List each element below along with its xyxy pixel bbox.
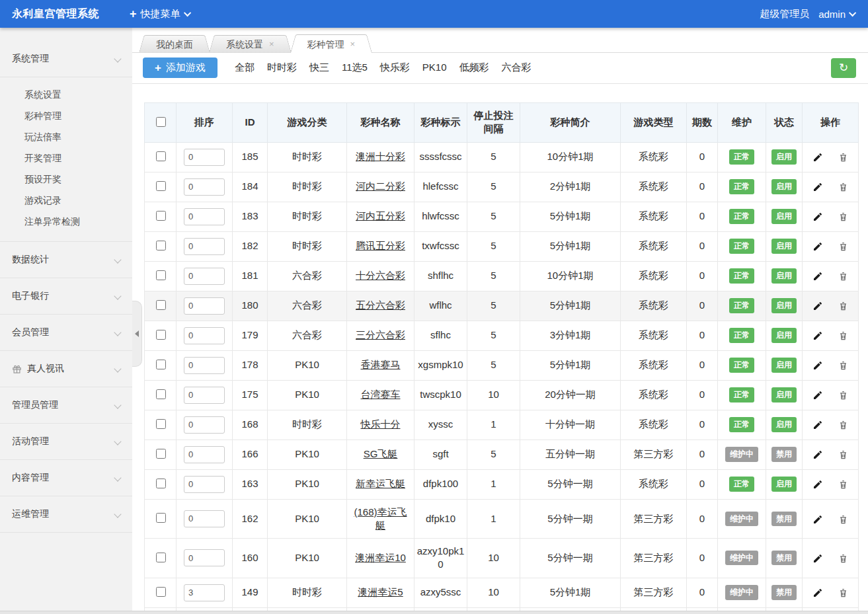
- lottery-name-link[interactable]: SG飞艇: [364, 448, 398, 459]
- maintenance-badge[interactable]: 正常: [729, 239, 754, 253]
- sidebar-group[interactable]: 真人视讯: [0, 351, 132, 387]
- edit-icon[interactable]: [812, 390, 823, 401]
- sidebar-item[interactable]: 系统设置: [0, 84, 132, 105]
- delete-icon[interactable]: [838, 420, 848, 430]
- refresh-button[interactable]: ↻: [831, 58, 856, 78]
- lottery-name-link[interactable]: 河内五分彩: [356, 210, 405, 221]
- sidebar-group[interactable]: 管理员管理: [0, 387, 132, 424]
- delete-icon[interactable]: [838, 360, 848, 371]
- lottery-name-link[interactable]: 腾讯五分彩: [356, 240, 405, 251]
- sort-input[interactable]: [184, 297, 225, 315]
- lottery-name-link[interactable]: 快乐十分: [361, 418, 401, 430]
- maintenance-badge[interactable]: 维护中: [725, 585, 758, 599]
- status-badge[interactable]: 启用: [771, 387, 797, 402]
- add-game-button[interactable]: + 添加游戏: [143, 58, 217, 78]
- maintenance-badge[interactable]: 正常: [729, 387, 754, 402]
- lottery-name-link[interactable]: 香港赛马: [361, 359, 401, 370]
- sort-input[interactable]: [184, 327, 225, 344]
- sort-input[interactable]: [184, 476, 225, 493]
- filter-link[interactable]: 六合彩: [502, 61, 532, 74]
- status-badge[interactable]: 启用: [771, 149, 797, 164]
- maintenance-badge[interactable]: 正常: [729, 477, 754, 491]
- row-checkbox[interactable]: [156, 513, 166, 523]
- delete-icon[interactable]: [838, 211, 848, 222]
- delete-icon[interactable]: [838, 479, 848, 490]
- sort-input[interactable]: [184, 584, 225, 601]
- status-badge[interactable]: 禁用: [771, 447, 797, 461]
- status-badge[interactable]: 禁用: [771, 512, 797, 526]
- close-icon[interactable]: ×: [350, 40, 356, 48]
- status-badge[interactable]: 禁用: [771, 585, 797, 599]
- sort-input[interactable]: [184, 416, 225, 434]
- lottery-name-link[interactable]: 澳洲幸运10: [355, 552, 406, 563]
- sort-input[interactable]: [184, 446, 225, 463]
- row-checkbox[interactable]: [156, 181, 166, 191]
- delete-icon[interactable]: [838, 588, 848, 598]
- status-badge[interactable]: 启用: [771, 239, 797, 253]
- status-badge[interactable]: 启用: [771, 298, 797, 313]
- row-checkbox[interactable]: [156, 449, 166, 459]
- edit-icon[interactable]: [812, 360, 823, 371]
- lottery-name-link[interactable]: 十分六合彩: [356, 270, 405, 281]
- row-checkbox[interactable]: [156, 360, 166, 369]
- sidebar-group[interactable]: 会员管理: [0, 315, 132, 351]
- filter-link[interactable]: PK10: [422, 61, 447, 74]
- sidebar-item[interactable]: 开奖管理: [0, 147, 132, 169]
- edit-icon[interactable]: [812, 301, 823, 311]
- maintenance-badge[interactable]: 维护中: [725, 447, 758, 461]
- sort-input[interactable]: [184, 178, 225, 196]
- sidebar-group[interactable]: 内容管理: [0, 460, 132, 496]
- tab[interactable]: 彩种管理×: [298, 34, 365, 53]
- delete-icon[interactable]: [838, 553, 848, 564]
- maintenance-badge[interactable]: 正常: [729, 149, 754, 164]
- edit-icon[interactable]: [812, 211, 823, 222]
- filter-link[interactable]: 快乐彩: [380, 61, 410, 74]
- sort-input[interactable]: [184, 387, 225, 404]
- delete-icon[interactable]: [838, 390, 848, 401]
- maintenance-badge[interactable]: 正常: [729, 209, 754, 223]
- maintenance-badge[interactable]: 正常: [729, 358, 754, 372]
- sidebar-group[interactable]: 活动管理: [0, 424, 132, 460]
- lottery-name-link[interactable]: 新幸运飞艇: [356, 478, 405, 489]
- row-checkbox[interactable]: [156, 330, 166, 340]
- delete-icon[interactable]: [838, 301, 848, 311]
- maintenance-badge[interactable]: 维护中: [725, 551, 758, 565]
- tab[interactable]: 系统设置×: [217, 35, 284, 52]
- edit-icon[interactable]: [812, 271, 823, 282]
- maintenance-badge[interactable]: 正常: [729, 179, 754, 194]
- sort-input[interactable]: [184, 549, 225, 566]
- edit-icon[interactable]: [812, 514, 823, 525]
- horizontal-scrollbar[interactable]: [0, 611, 868, 614]
- lottery-name-link[interactable]: (168)幸运飞艇: [354, 506, 407, 531]
- sort-input[interactable]: [184, 238, 225, 255]
- sidebar-item[interactable]: 游戏记录: [0, 190, 132, 211]
- quick-menu-button[interactable]: + 快捷菜单: [130, 8, 191, 20]
- status-badge[interactable]: 禁用: [771, 551, 797, 565]
- maintenance-badge[interactable]: 维护中: [725, 512, 758, 526]
- status-badge[interactable]: 启用: [771, 179, 797, 194]
- lottery-name-link[interactable]: 河内二分彩: [356, 180, 405, 192]
- maintenance-badge[interactable]: 正常: [729, 268, 754, 283]
- row-checkbox[interactable]: [156, 389, 166, 399]
- sidebar-item[interactable]: 预设开奖: [0, 169, 132, 190]
- filter-link[interactable]: 时时彩: [267, 61, 297, 74]
- status-badge[interactable]: 启用: [771, 328, 797, 342]
- delete-icon[interactable]: [838, 330, 848, 341]
- status-badge[interactable]: 启用: [771, 209, 797, 223]
- sidebar-item[interactable]: 彩种管理: [0, 105, 132, 126]
- filter-link[interactable]: 低频彩: [459, 61, 489, 74]
- row-checkbox[interactable]: [156, 587, 166, 597]
- sidebar-group[interactable]: 系统管理: [0, 41, 132, 77]
- sort-input[interactable]: [184, 208, 225, 225]
- row-checkbox[interactable]: [156, 151, 166, 161]
- edit-icon[interactable]: [812, 152, 823, 163]
- edit-icon[interactable]: [812, 553, 823, 564]
- sidebar-item[interactable]: 注单异常检测: [0, 211, 132, 232]
- lottery-name-link[interactable]: 三分六合彩: [356, 329, 405, 340]
- sort-input[interactable]: [184, 268, 225, 285]
- close-icon[interactable]: ×: [269, 40, 274, 48]
- sidebar-group[interactable]: 运维管理: [0, 496, 132, 533]
- filter-link[interactable]: 全部: [235, 61, 255, 74]
- edit-icon[interactable]: [812, 420, 823, 430]
- status-badge[interactable]: 启用: [771, 268, 797, 283]
